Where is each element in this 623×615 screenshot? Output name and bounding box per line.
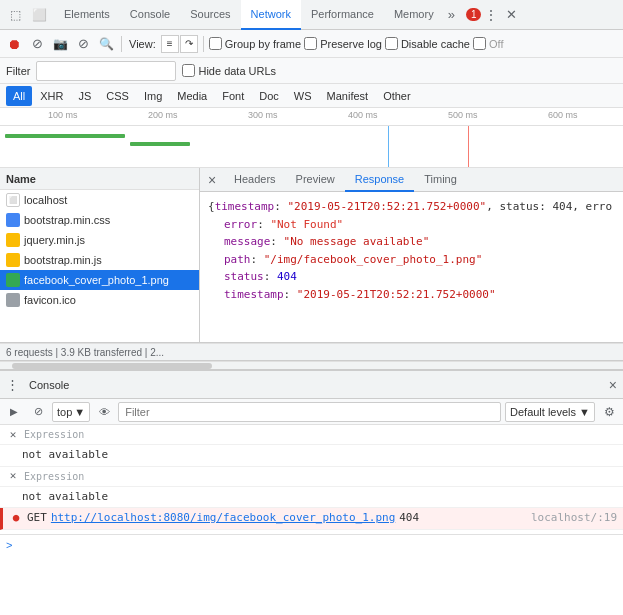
type-btn-ws[interactable]: WS bbox=[287, 86, 319, 106]
status-bar: 6 requests | 3.9 KB transferred | 2... bbox=[0, 343, 623, 361]
type-btn-img[interactable]: Img bbox=[137, 86, 169, 106]
detail-tab-preview[interactable]: Preview bbox=[286, 168, 345, 192]
hide-data-urls-checkbox[interactable] bbox=[182, 64, 195, 77]
group-by-frame-label[interactable]: Group by frame bbox=[209, 37, 301, 50]
json-line-error: error: "Not Found" bbox=[208, 216, 615, 234]
horizontal-scrollbar[interactable] bbox=[0, 361, 623, 369]
file-item-bootstrap-css[interactable]: bootstrap.min.css bbox=[0, 210, 199, 230]
detail-panel: × Headers Preview Response Timing {times… bbox=[200, 168, 623, 342]
console-play-button[interactable]: ▶ bbox=[4, 402, 24, 422]
get-method: GET bbox=[27, 510, 47, 527]
context-selector[interactable]: top ▼ bbox=[52, 402, 90, 422]
file-item-localhost[interactable]: ⬜ localhost bbox=[0, 190, 199, 210]
type-btn-xhr[interactable]: XHR bbox=[33, 86, 70, 106]
type-btn-media[interactable]: Media bbox=[170, 86, 214, 106]
file-list-header: Name bbox=[0, 168, 199, 190]
type-btn-other[interactable]: Other bbox=[376, 86, 418, 106]
tab-network[interactable]: Network bbox=[241, 0, 301, 30]
console-tab-label: Console bbox=[23, 379, 75, 391]
tab-elements[interactable]: Elements bbox=[54, 0, 120, 30]
more-tabs-icon[interactable]: » bbox=[444, 7, 459, 22]
type-btn-css[interactable]: CSS bbox=[99, 86, 136, 106]
file-item-jquery[interactable]: jquery.min.js bbox=[0, 230, 199, 250]
console-close-button[interactable]: × bbox=[609, 377, 617, 393]
tab-console[interactable]: Console bbox=[120, 0, 180, 30]
console-header: ⋮ Console × bbox=[0, 371, 623, 399]
error-code: 404 bbox=[399, 510, 419, 527]
file-item-facebook-png[interactable]: facebook_cover_photo_1.png bbox=[0, 270, 199, 290]
log-levels-label: Default levels ▼ bbox=[510, 406, 590, 418]
file-icon-png bbox=[6, 273, 20, 287]
console-block-button[interactable]: ⊘ bbox=[28, 402, 48, 422]
type-btn-js[interactable]: JS bbox=[71, 86, 98, 106]
preserve-log-checkbox[interactable] bbox=[304, 37, 317, 50]
error-location[interactable]: localhost/:19 bbox=[531, 510, 617, 527]
error-url-link[interactable]: http://localhost:8080/img/facebook_cover… bbox=[51, 510, 395, 527]
ruler-300ms: 300 ms bbox=[248, 110, 278, 120]
filter-label: Filter bbox=[6, 65, 30, 77]
detail-tab-response[interactable]: Response bbox=[345, 168, 415, 192]
console-content: ✕ Expression not available ✕ Expression … bbox=[0, 425, 623, 534]
main-area: Name ⬜ localhost bootstrap.min.css jquer… bbox=[0, 168, 623, 343]
file-item-bootstrap-js[interactable]: bootstrap.min.js bbox=[0, 250, 199, 270]
tab-performance[interactable]: Performance bbox=[301, 0, 384, 30]
menu-icon[interactable]: ⋮ bbox=[483, 7, 499, 23]
timeline-marker-blue bbox=[388, 126, 389, 168]
console-eye-button[interactable]: 👁 bbox=[94, 402, 114, 422]
offline-checkbox[interactable] bbox=[473, 37, 486, 50]
ruler-100ms: 100 ms bbox=[48, 110, 78, 120]
group-by-frame-checkbox[interactable] bbox=[209, 37, 222, 50]
detail-tab-headers[interactable]: Headers bbox=[224, 168, 286, 192]
close-devtools-icon[interactable]: ✕ bbox=[503, 7, 519, 23]
status-text: 6 requests | 3.9 KB transferred | 2... bbox=[6, 347, 164, 358]
disable-cache-label[interactable]: Disable cache bbox=[385, 37, 470, 50]
type-btn-all[interactable]: All bbox=[6, 86, 32, 106]
preserve-log-label[interactable]: Preserve log bbox=[304, 37, 382, 50]
file-name-favicon: favicon.ico bbox=[24, 294, 76, 306]
console-settings-button[interactable]: ⚙ bbox=[599, 402, 619, 422]
camera-button[interactable]: 📷 bbox=[50, 34, 70, 54]
scrollbar-thumb[interactable] bbox=[12, 363, 212, 369]
console-entry-0: ✕ Expression bbox=[0, 425, 623, 445]
clear-button[interactable]: ⊘ bbox=[27, 34, 47, 54]
timeline-bars bbox=[0, 126, 623, 168]
error-badge: 1 bbox=[466, 8, 482, 21]
file-name-localhost: localhost bbox=[24, 194, 67, 206]
detail-tabs: × Headers Preview Response Timing bbox=[200, 168, 623, 192]
type-btn-manifest[interactable]: Manifest bbox=[320, 86, 376, 106]
inspect-icon[interactable]: ⬜ bbox=[28, 4, 50, 26]
console-input-area[interactable] bbox=[16, 537, 617, 553]
entry-err-icon: ● bbox=[9, 511, 23, 525]
detail-tab-timing[interactable]: Timing bbox=[414, 168, 467, 192]
detail-close-button[interactable]: × bbox=[202, 170, 222, 190]
filter-button[interactable]: ⊘ bbox=[73, 34, 93, 54]
console-entry-error: ● GET http://localhost:8080/img/facebook… bbox=[0, 508, 623, 530]
network-toolbar: ⏺ ⊘ 📷 ⊘ 🔍 View: ≡ ↷ Group by frame Prese… bbox=[0, 30, 623, 58]
detail-content: {timestamp: "2019-05-21T20:52:21.752+000… bbox=[200, 192, 623, 342]
tab-memory[interactable]: Memory bbox=[384, 0, 444, 30]
hide-data-urls-label[interactable]: Hide data URLs bbox=[182, 64, 276, 77]
timeline-bar-1 bbox=[130, 142, 190, 146]
type-btn-doc[interactable]: Doc bbox=[252, 86, 286, 106]
entry-label-1: Expression bbox=[24, 469, 84, 484]
waterfall-view-icon[interactable]: ↷ bbox=[180, 35, 198, 53]
disable-cache-checkbox[interactable] bbox=[385, 37, 398, 50]
console-entry-1: ✕ Expression bbox=[0, 467, 623, 487]
log-levels-selector[interactable]: Default levels ▼ bbox=[505, 402, 595, 422]
cursor-icon[interactable]: ⬚ bbox=[4, 4, 26, 26]
status-scroll-area: 6 requests | 3.9 KB transferred | 2... bbox=[0, 343, 623, 361]
record-button[interactable]: ⏺ bbox=[4, 34, 24, 54]
tab-sources[interactable]: Sources bbox=[180, 0, 240, 30]
file-item-favicon[interactable]: favicon.ico bbox=[0, 290, 199, 310]
search-button[interactable]: 🔍 bbox=[96, 34, 116, 54]
timeline-ruler: 100 ms 200 ms 300 ms 400 ms 500 ms 600 m… bbox=[0, 108, 623, 126]
view-label: View: bbox=[129, 38, 156, 50]
filter-input[interactable] bbox=[36, 61, 176, 81]
console-filter-input[interactable] bbox=[118, 402, 501, 422]
file-icon-localhost: ⬜ bbox=[6, 193, 20, 207]
list-view-icon[interactable]: ≡ bbox=[161, 35, 179, 53]
console-menu-icon[interactable]: ⋮ bbox=[6, 377, 19, 392]
timeline: 100 ms 200 ms 300 ms 400 ms 500 ms 600 m… bbox=[0, 108, 623, 168]
type-btn-font[interactable]: Font bbox=[215, 86, 251, 106]
view-icons: ≡ ↷ bbox=[161, 35, 198, 53]
